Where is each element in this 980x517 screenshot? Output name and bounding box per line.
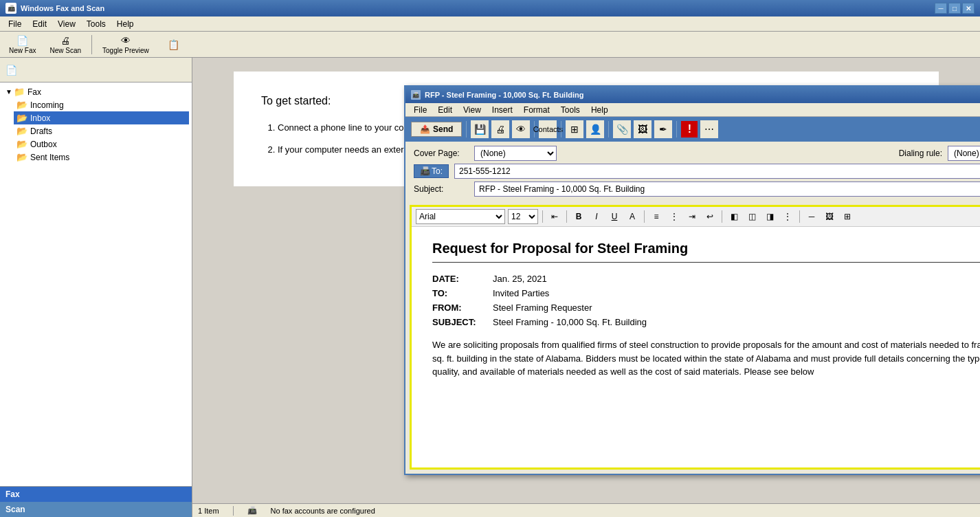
save-fax-button[interactable]: 💾: [471, 120, 489, 138]
toggle-preview-label: Toggle Preview: [102, 47, 149, 54]
fax-menu-edit[interactable]: Edit: [432, 104, 458, 116]
priority-button[interactable]: !: [681, 121, 698, 138]
fax-menu-insert[interactable]: Insert: [487, 104, 518, 116]
fax-toolbar-sep-1: [466, 121, 467, 138]
sidebar-new-btn[interactable]: 📄: [3, 62, 19, 78]
outdent-button[interactable]: ↩: [702, 209, 717, 224]
editor-sep-2: [566, 210, 567, 223]
line-button[interactable]: ─: [804, 209, 819, 224]
insert-image-btn[interactable]: 🖼: [822, 209, 837, 224]
incoming-folder-icon: 📂: [16, 100, 27, 110]
align-center-btn[interactable]: ◫: [744, 209, 759, 224]
content-area: 📄 ▼ 📁 Fax 📂 Incoming 📂 Inbox: [0, 58, 980, 517]
to-doc-value: Invited Parties: [493, 288, 549, 298]
fax-menu-file[interactable]: File: [408, 104, 432, 116]
app-icon: 📠: [5, 3, 16, 14]
main-title-bar: 📠 Windows Fax and Scan ─ □ ✕: [0, 0, 980, 16]
cover-page-label: Cover Page:: [414, 148, 469, 158]
contacts-button[interactable]: Contacts: [539, 120, 557, 138]
align-right-btn[interactable]: ◨: [762, 209, 777, 224]
status-bar: 1 Item 📠 No fax accounts are configured: [192, 503, 980, 517]
document-body[interactable]: We are soliciting proposals from qualifi…: [432, 338, 980, 379]
numbers-button[interactable]: ⋮: [667, 209, 682, 224]
font-color-button[interactable]: A: [625, 209, 640, 224]
extra-toolbar-btn[interactable]: 📋: [157, 37, 191, 52]
sidebar-item-sent[interactable]: 📂 Sent Items: [14, 151, 189, 164]
align-justify-btn[interactable]: ⋮: [780, 209, 795, 224]
print-fax-button[interactable]: 🖨: [491, 120, 509, 138]
fax-icon-status: 📠: [247, 506, 257, 515]
indent-decrease-btn[interactable]: ⇤: [547, 209, 562, 224]
menu-tools[interactable]: Tools: [81, 18, 111, 30]
new-scan-button[interactable]: 🖨 New Scan: [43, 33, 87, 56]
send-button[interactable]: 📤 Send: [411, 122, 462, 137]
to-button[interactable]: 📠 To:: [414, 164, 449, 178]
editor-sep-4: [722, 210, 722, 223]
outbox-folder-icon: 📂: [16, 139, 27, 149]
fax-compose-toolbar: 📤 Send 💾 🖨 👁 Contacts ⊞ 👤 📎: [405, 117, 980, 142]
font-select[interactable]: Arial: [416, 209, 505, 224]
fax-icon-inline: 📠: [420, 166, 430, 176]
drafts-folder-icon: 📂: [16, 126, 27, 136]
from-value: Steel Framing Requester: [493, 302, 592, 313]
fax-menu-help[interactable]: Help: [586, 104, 614, 116]
sidebar-scan-section[interactable]: Scan: [0, 502, 192, 517]
dialing-rule-select[interactable]: (None): [948, 146, 980, 161]
sidebar-item-incoming[interactable]: 📂 Incoming: [14, 98, 189, 111]
sidebar-item-drafts[interactable]: 📂 Drafts: [14, 124, 189, 138]
fax-toolbar-sep-5: [676, 121, 677, 138]
new-scan-icon: 🖨: [60, 35, 70, 46]
maximize-button[interactable]: □: [948, 3, 961, 14]
send-icon: 📤: [420, 124, 430, 134]
fax-compose-window: 📠 RFP - Steel Framing - 10,000 Sq. Ft. B…: [404, 85, 980, 475]
menu-edit[interactable]: Edit: [27, 18, 52, 30]
italic-button[interactable]: I: [589, 209, 604, 224]
bold-button[interactable]: B: [571, 209, 586, 224]
size-select[interactable]: 12: [508, 209, 538, 224]
toggle-preview-button[interactable]: 👁 Toggle Preview: [96, 33, 155, 56]
fax-menu-tools[interactable]: Tools: [555, 104, 586, 116]
doc-date-row: DATE: Jan. 25, 2021: [432, 274, 980, 284]
new-fax-label: New Fax: [9, 47, 36, 54]
signature-button[interactable]: ✒: [654, 120, 672, 138]
fax-menu-format[interactable]: Format: [518, 104, 555, 116]
subject-row: Subject:: [414, 182, 980, 197]
grid-button[interactable]: ⊞: [566, 120, 583, 138]
menu-help[interactable]: Help: [111, 18, 140, 30]
editor-sep-3: [644, 210, 645, 223]
minimize-button[interactable]: ─: [935, 3, 947, 14]
image-button[interactable]: 🖼: [634, 120, 652, 138]
sidebar-toolbar: 📄: [0, 58, 192, 82]
tree-toggle-fax: ▼: [5, 88, 14, 96]
to-doc-label: TO:: [432, 288, 487, 298]
preview-fax-button[interactable]: 👁: [512, 120, 530, 138]
cover-page-select[interactable]: (None): [474, 146, 557, 161]
underline-button[interactable]: U: [607, 209, 622, 224]
status-sep-1: [233, 506, 234, 516]
new-fax-button[interactable]: 📄 New Fax: [3, 33, 42, 56]
fax-root-label: Fax: [27, 87, 41, 97]
sidebar-item-outbox[interactable]: 📂 Outbox: [14, 138, 189, 151]
fax-menu-view[interactable]: View: [458, 104, 487, 116]
menu-file[interactable]: File: [3, 18, 27, 30]
close-button[interactable]: ✕: [962, 3, 975, 14]
fax-window-title: RFP - Steel Framing - 10,000 Sq. Ft. Bui…: [425, 91, 583, 99]
indent-button[interactable]: ⇥: [684, 209, 700, 224]
person-button[interactable]: 👤: [586, 120, 604, 138]
document-content[interactable]: Request for Proposal for Steel Framing D…: [412, 227, 980, 468]
doc-subject-label: SUBJECT:: [432, 317, 487, 327]
sidebar-fax-section[interactable]: Fax: [0, 487, 192, 502]
insert-table-btn[interactable]: ⊞: [840, 209, 855, 224]
status-items: 1 Item: [198, 507, 219, 515]
paperclip-button[interactable]: 📎: [613, 120, 631, 138]
sidebar-tree-fax-root[interactable]: ▼ 📁 Fax: [3, 85, 189, 98]
bullets-button[interactable]: ≡: [649, 209, 664, 224]
subject-input[interactable]: [474, 182, 980, 197]
app-title: Windows Fax and Scan: [21, 4, 104, 12]
menu-view[interactable]: View: [52, 18, 81, 30]
align-left-btn[interactable]: ◧: [726, 209, 742, 224]
extra-fax-btn[interactable]: ⋯: [700, 120, 718, 138]
sidebar-item-inbox[interactable]: 📂 Inbox: [14, 111, 189, 124]
inbox-label: Inbox: [30, 113, 50, 123]
to-input[interactable]: [454, 164, 980, 179]
